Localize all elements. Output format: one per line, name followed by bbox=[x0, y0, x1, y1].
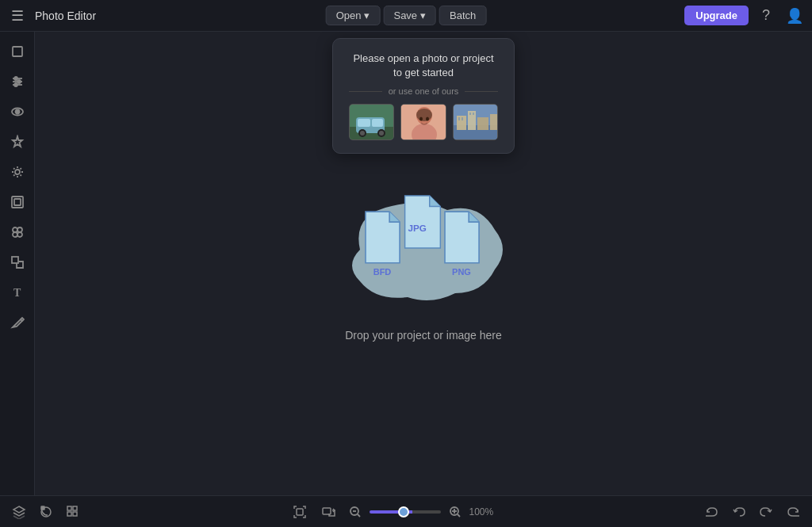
svg-point-32 bbox=[426, 117, 429, 121]
zoom-control: 100% bbox=[346, 502, 497, 521]
svg-point-31 bbox=[419, 117, 423, 121]
sidebar-item-transform[interactable] bbox=[4, 249, 31, 276]
svg-text:T: T bbox=[13, 287, 21, 299]
zoom-out-button[interactable] bbox=[346, 502, 365, 521]
svg-rect-11 bbox=[14, 199, 21, 205]
topbar-center: Open ▾ Save ▾ Batch bbox=[326, 6, 487, 25]
chevron-down-icon: ▾ bbox=[364, 10, 370, 21]
main-area: T Please open a photo or project to get … bbox=[0, 32, 812, 495]
bottombar: 100% bbox=[0, 495, 812, 527]
svg-point-8 bbox=[15, 110, 19, 114]
undo-all-button[interactable] bbox=[701, 501, 723, 523]
svg-rect-42 bbox=[473, 113, 474, 115]
sidebar-item-effects[interactable] bbox=[4, 158, 31, 185]
svg-rect-51 bbox=[323, 508, 331, 514]
layers-button[interactable] bbox=[8, 501, 30, 523]
chevron-down-icon: ▾ bbox=[420, 10, 426, 21]
popup-divider-text: or use one of ours bbox=[389, 86, 459, 96]
sidebar-item-adjust[interactable] bbox=[4, 68, 31, 95]
sidebar-item-frames[interactable] bbox=[4, 189, 31, 216]
topbar: ☰ Photo Editor Open ▾ Save ▾ Batch Upgra… bbox=[0, 0, 812, 32]
svg-point-4 bbox=[17, 80, 21, 83]
open-button[interactable]: Open ▾ bbox=[326, 6, 381, 25]
sample-image-person[interactable] bbox=[400, 104, 446, 140]
sidebar-item-text[interactable]: T bbox=[4, 279, 31, 306]
history-button[interactable] bbox=[35, 501, 57, 523]
sidebar-item-elements[interactable] bbox=[4, 219, 31, 246]
svg-rect-36 bbox=[468, 111, 476, 130]
sidebar-item-draw[interactable] bbox=[4, 309, 31, 336]
svg-point-24 bbox=[379, 131, 384, 136]
svg-rect-41 bbox=[469, 113, 471, 115]
sidebar: T bbox=[0, 32, 35, 495]
canvas-area[interactable]: Please open a photo or project to get st… bbox=[35, 32, 812, 495]
divider-line-right bbox=[465, 91, 498, 92]
svg-rect-16 bbox=[12, 257, 18, 263]
svg-point-6 bbox=[14, 83, 17, 86]
open-popup: Please open a photo or project to get st… bbox=[332, 38, 515, 154]
grid-button[interactable] bbox=[62, 501, 84, 523]
svg-rect-38 bbox=[490, 114, 498, 130]
divider-line-left bbox=[349, 91, 382, 92]
svg-point-30 bbox=[416, 109, 432, 121]
sample-image-city[interactable] bbox=[453, 104, 498, 140]
fit-screen-button[interactable] bbox=[289, 501, 311, 523]
account-button[interactable]: 👤 bbox=[783, 5, 806, 27]
zoom-slider[interactable] bbox=[370, 510, 441, 514]
svg-point-15 bbox=[17, 232, 22, 237]
redo-all-button[interactable] bbox=[782, 501, 804, 523]
zoom-percent: 100% bbox=[469, 506, 497, 517]
svg-rect-0 bbox=[13, 47, 22, 56]
sidebar-item-crop[interactable] bbox=[4, 38, 31, 65]
undo-button[interactable] bbox=[728, 501, 750, 523]
help-icon: ? bbox=[762, 7, 770, 24]
svg-point-22 bbox=[360, 131, 365, 136]
account-icon: 👤 bbox=[786, 7, 803, 25]
svg-point-2 bbox=[14, 77, 17, 80]
popup-thumbnails bbox=[349, 104, 498, 140]
zoom-in-button[interactable] bbox=[446, 502, 465, 521]
svg-rect-37 bbox=[477, 117, 488, 130]
svg-rect-25 bbox=[358, 119, 370, 127]
svg-rect-40 bbox=[462, 117, 463, 120]
svg-rect-26 bbox=[372, 119, 383, 127]
batch-button[interactable]: Batch bbox=[439, 6, 486, 25]
svg-rect-46 bbox=[67, 506, 71, 510]
popup-divider: or use one of ours bbox=[349, 86, 498, 96]
upgrade-button[interactable]: Upgrade bbox=[684, 6, 749, 25]
svg-rect-39 bbox=[458, 117, 460, 120]
bottombar-center: 100% bbox=[90, 501, 695, 523]
app-title: Photo Editor bbox=[35, 10, 96, 22]
svg-rect-48 bbox=[67, 512, 71, 516]
sample-image-van[interactable] bbox=[349, 104, 394, 140]
bottombar-right bbox=[701, 501, 804, 523]
svg-rect-50 bbox=[297, 509, 303, 515]
svg-rect-49 bbox=[73, 512, 77, 516]
svg-rect-47 bbox=[73, 506, 77, 510]
drop-illustration: BFD JPG JPG PNG bbox=[336, 186, 511, 313]
redo-button[interactable] bbox=[755, 501, 777, 523]
sidebar-item-retouch[interactable] bbox=[4, 128, 31, 155]
svg-text:JPG: JPG bbox=[408, 222, 427, 232]
topbar-right: Upgrade ? 👤 bbox=[684, 5, 806, 27]
sidebar-item-view[interactable] bbox=[4, 98, 31, 125]
drop-text: Drop your project or image here bbox=[345, 329, 502, 342]
save-button[interactable]: Save ▾ bbox=[383, 6, 436, 25]
hamburger-button[interactable]: ☰ bbox=[6, 5, 29, 27]
drop-zone[interactable]: BFD JPG JPG PNG bbox=[336, 186, 511, 342]
file-icon-jpg: JPG JPG bbox=[398, 194, 446, 261]
resize-button[interactable] bbox=[317, 501, 339, 523]
help-button[interactable]: ? bbox=[755, 5, 777, 27]
bottombar-left bbox=[8, 501, 84, 523]
svg-line-54 bbox=[358, 514, 360, 517]
svg-line-58 bbox=[458, 514, 460, 517]
popup-title: Please open a photo or project to get st… bbox=[349, 52, 498, 80]
svg-point-9 bbox=[15, 170, 20, 174]
svg-rect-45 bbox=[41, 506, 44, 510]
